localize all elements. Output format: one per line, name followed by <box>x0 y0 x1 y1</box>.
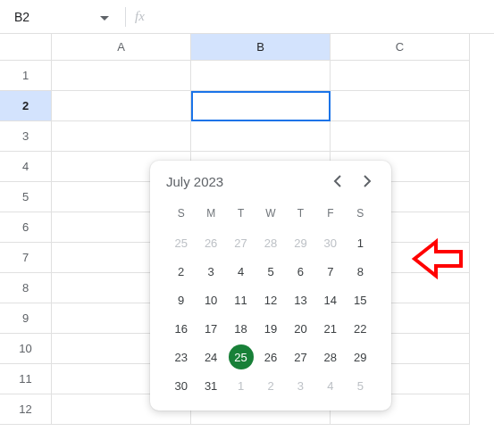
corner-cell[interactable] <box>0 34 52 61</box>
date-picker-day[interactable]: 28 <box>255 228 285 257</box>
date-picker-day[interactable]: 7 <box>315 257 345 286</box>
date-picker-day[interactable]: 17 <box>196 314 225 343</box>
date-picker-day[interactable]: 8 <box>346 257 375 286</box>
row-header[interactable]: 11 <box>0 364 52 394</box>
day-of-week-label: T <box>226 203 255 228</box>
column-header[interactable]: C <box>331 34 470 61</box>
date-picker-day[interactable]: 1 <box>226 371 255 400</box>
date-picker-day[interactable]: 5 <box>255 257 285 286</box>
cell[interactable] <box>331 61 470 91</box>
date-picker-day[interactable]: 10 <box>196 286 225 314</box>
row-header[interactable]: 10 <box>0 334 52 364</box>
date-picker-day[interactable]: 2 <box>166 257 196 286</box>
column-header[interactable]: B <box>191 34 331 61</box>
row-header[interactable]: 8 <box>0 273 52 303</box>
cell[interactable] <box>52 121 191 152</box>
cell[interactable] <box>52 61 191 91</box>
active-cell-ref: B2 <box>14 10 29 24</box>
date-picker-day[interactable]: 27 <box>226 228 255 257</box>
date-picker-day[interactable]: 15 <box>346 286 375 314</box>
date-picker-day[interactable]: 9 <box>166 286 196 314</box>
date-picker-day[interactable]: 26 <box>196 228 225 257</box>
date-picker-day[interactable]: 3 <box>286 371 315 400</box>
cell[interactable] <box>191 121 331 152</box>
date-picker-day[interactable]: 29 <box>346 343 375 371</box>
next-month-icon[interactable] <box>359 173 375 189</box>
date-picker-day[interactable]: 3 <box>196 257 225 286</box>
day-of-week-label: S <box>346 203 375 228</box>
date-picker-day[interactable]: 1 <box>346 228 375 257</box>
row-header[interactable]: 4 <box>0 152 52 182</box>
row-header[interactable]: 9 <box>0 303 52 334</box>
date-picker-day[interactable]: 31 <box>196 371 225 400</box>
date-picker-day[interactable]: 22 <box>346 314 375 343</box>
date-picker-day[interactable]: 26 <box>255 343 285 371</box>
date-picker-day[interactable]: 30 <box>166 371 196 400</box>
date-picker-day[interactable]: 4 <box>315 371 345 400</box>
day-of-week-label: T <box>286 203 315 228</box>
date-picker-day[interactable]: 27 <box>286 343 315 371</box>
row-header[interactable]: 6 <box>0 212 52 243</box>
cell[interactable] <box>52 91 191 121</box>
row-header[interactable]: 5 <box>0 182 52 212</box>
name-box[interactable]: B2 <box>9 5 116 29</box>
date-picker-day[interactable]: 30 <box>315 228 345 257</box>
date-picker-day[interactable]: 19 <box>255 314 285 343</box>
row-header[interactable]: 2 <box>0 91 52 121</box>
row-header[interactable]: 7 <box>0 243 52 273</box>
date-picker-day[interactable]: 14 <box>315 286 345 314</box>
name-box-dropdown-icon[interactable] <box>100 10 116 24</box>
date-picker-day[interactable]: 25 <box>166 228 196 257</box>
date-picker-day[interactable]: 12 <box>255 286 285 314</box>
day-of-week-label: F <box>315 203 345 228</box>
date-picker-day[interactable]: 6 <box>286 257 315 286</box>
day-of-week-label: W <box>255 203 285 228</box>
day-of-week-label: S <box>166 203 196 228</box>
name-box-bar: B2 fx <box>0 0 494 34</box>
cell[interactable] <box>331 121 470 152</box>
date-picker-day[interactable]: 2 <box>255 371 285 400</box>
date-picker-day[interactable]: 23 <box>166 343 196 371</box>
date-picker-day[interactable]: 16 <box>166 314 196 343</box>
annotation-arrow-icon <box>409 236 466 284</box>
date-picker-nav <box>329 173 375 189</box>
prev-month-icon[interactable] <box>329 173 345 189</box>
date-picker-day[interactable]: 24 <box>196 343 225 371</box>
date-picker-day[interactable]: 4 <box>226 257 255 286</box>
date-picker-header: July 2023 <box>166 173 375 189</box>
day-of-week-label: M <box>196 203 225 228</box>
date-picker-grid: SMTWTFS252627282930123456789101112131415… <box>166 203 375 400</box>
fx-icon: fx <box>135 9 145 24</box>
divider <box>125 7 126 27</box>
row-header[interactable]: 3 <box>0 121 52 152</box>
date-picker-day[interactable]: 18 <box>226 314 255 343</box>
row-header[interactable]: 1 <box>0 61 52 91</box>
date-picker-day[interactable]: 13 <box>286 286 315 314</box>
date-picker-day[interactable]: 21 <box>315 314 345 343</box>
date-picker-day[interactable]: 29 <box>286 228 315 257</box>
date-picker-day-today[interactable]: 25 <box>229 344 254 369</box>
date-picker-day[interactable]: 20 <box>286 314 315 343</box>
cell[interactable] <box>331 91 470 121</box>
date-picker-day[interactable]: 28 <box>315 343 345 371</box>
cell[interactable] <box>191 91 331 121</box>
date-picker: July 2023 SMTWTFS25262728293012345678910… <box>150 161 391 411</box>
date-picker-day[interactable]: 11 <box>226 286 255 314</box>
date-picker-title: July 2023 <box>166 174 223 189</box>
cell[interactable] <box>191 61 331 91</box>
date-picker-day[interactable]: 5 <box>346 371 375 400</box>
column-header[interactable]: A <box>52 34 191 61</box>
row-header[interactable]: 12 <box>0 394 52 425</box>
